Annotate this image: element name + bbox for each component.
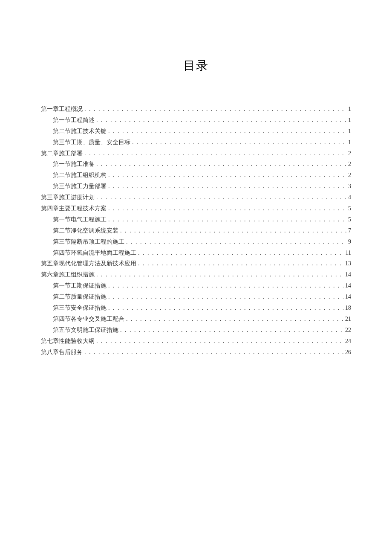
toc-entry-label: 第七章性能验收大纲 bbox=[41, 336, 96, 347]
toc-leader-dots bbox=[120, 325, 343, 336]
toc-entry: 第二节净化空调系统安装7 bbox=[41, 225, 351, 236]
toc-leader-dots bbox=[96, 159, 346, 170]
toc-entry: 第四节各专业交叉施工配合21 bbox=[41, 314, 351, 325]
toc-entry-label: 第二节施工组织机构 bbox=[53, 170, 108, 181]
toc-entry-label: 第四章主要工程技术方案 bbox=[41, 203, 108, 214]
toc-entry: 第八章售后服务26 bbox=[41, 347, 351, 358]
toc-entry: 第五节文明施工保证措施22 bbox=[41, 325, 351, 336]
toc-entry-page: 1 bbox=[346, 104, 351, 115]
toc-entry-page: 24 bbox=[343, 336, 351, 347]
toc-entry-label: 第一章工程概况 bbox=[41, 104, 84, 115]
toc-entry: 第三节工期、质量、安全目标1 bbox=[41, 137, 351, 148]
toc-entry-page: 14 bbox=[343, 291, 351, 302]
table-of-contents: 第一章工程概况1第一节工程简述1第二节施工技术关键1第三节工期、质量、安全目标1… bbox=[41, 104, 351, 357]
toc-entry: 第三章施工进度计划4 bbox=[41, 192, 351, 203]
toc-entry: 第二节质量保证措施14 bbox=[41, 291, 351, 302]
toc-leader-dots bbox=[132, 137, 346, 148]
toc-leader-dots bbox=[120, 225, 346, 236]
toc-entry-page: 1 bbox=[346, 137, 351, 148]
toc-entry-label: 第四节各专业交叉施工配合 bbox=[53, 314, 126, 325]
toc-leader-dots bbox=[96, 269, 343, 280]
toc-leader-dots bbox=[108, 170, 346, 181]
toc-entry-label: 第三节安全保证措施 bbox=[53, 302, 108, 314]
toc-leader-dots bbox=[138, 258, 343, 269]
toc-entry-label: 第一节施工准备 bbox=[53, 159, 96, 170]
toc-leader-dots bbox=[96, 192, 346, 203]
toc-entry-page: 2 bbox=[346, 148, 351, 159]
toc-entry-label: 第四节环氧自流平地面工程施工 bbox=[53, 247, 138, 259]
toc-entry-page: 2 bbox=[346, 159, 351, 170]
toc-entry: 第一节电气工程施工5 bbox=[41, 214, 351, 225]
toc-entry-label: 第一节电气工程施工 bbox=[53, 214, 108, 225]
toc-entry-label: 第三节施工力量部署 bbox=[53, 181, 108, 192]
toc-entry-label: 第三章施工进度计划 bbox=[41, 192, 96, 203]
toc-leader-dots bbox=[108, 214, 346, 225]
toc-leader-dots bbox=[96, 336, 343, 347]
toc-entry-label: 第二节施工技术关键 bbox=[53, 126, 108, 137]
toc-entry: 第一节施工准备2 bbox=[41, 159, 351, 170]
toc-entry: 第二章施工部署2 bbox=[41, 148, 351, 159]
toc-entry-page: 1 bbox=[346, 115, 351, 126]
toc-entry: 第一节工期保证措施14 bbox=[41, 280, 351, 291]
toc-leader-dots bbox=[108, 203, 346, 214]
toc-entry: 第三节施工力量部署3 bbox=[41, 181, 351, 192]
page-title: 目录 bbox=[41, 58, 351, 74]
toc-entry-label: 第二章施工部署 bbox=[41, 148, 84, 159]
toc-entry-page: 11 bbox=[344, 247, 351, 259]
toc-leader-dots bbox=[126, 314, 343, 325]
toc-entry: 第六章施工组织措施14 bbox=[41, 269, 351, 280]
toc-entry-label: 第一节工程简述 bbox=[53, 115, 96, 126]
toc-entry: 第一章工程概况1 bbox=[41, 104, 351, 115]
toc-entry-label: 第二节净化空调系统安装 bbox=[53, 225, 120, 236]
toc-entry-page: 9 bbox=[346, 236, 351, 247]
toc-leader-dots bbox=[108, 302, 343, 314]
toc-entry-page: 4 bbox=[346, 192, 351, 203]
toc-entry-page: 2 bbox=[346, 170, 351, 181]
toc-leader-dots bbox=[108, 280, 343, 291]
toc-entry-label: 第五节文明施工保证措施 bbox=[53, 325, 120, 336]
toc-entry-label: 第五章现代化管理方法及新技术应用 bbox=[41, 258, 138, 269]
toc-entry-label: 第八章售后服务 bbox=[41, 347, 84, 358]
toc-leader-dots bbox=[84, 104, 346, 115]
toc-entry-label: 第三节工期、质量、安全目标 bbox=[53, 137, 132, 148]
toc-entry-label: 第三节隔断吊顶工程的施工 bbox=[53, 236, 126, 247]
toc-entry: 第七章性能验收大纲24 bbox=[41, 336, 351, 347]
toc-leader-dots bbox=[84, 148, 346, 159]
toc-entry: 第四节环氧自流平地面工程施工11 bbox=[41, 247, 351, 259]
toc-entry-page: 26 bbox=[343, 347, 351, 358]
toc-leader-dots bbox=[126, 236, 346, 247]
toc-leader-dots bbox=[108, 291, 343, 302]
toc-entry-page: 21 bbox=[343, 314, 351, 325]
toc-entry-page: 5 bbox=[346, 203, 351, 214]
toc-entry: 第二节施工组织机构2 bbox=[41, 170, 351, 181]
toc-leader-dots bbox=[108, 181, 346, 192]
toc-entry-label: 第六章施工组织措施 bbox=[41, 269, 96, 280]
toc-entry-label: 第二节质量保证措施 bbox=[53, 291, 108, 302]
toc-entry-page: 14 bbox=[343, 269, 351, 280]
toc-leader-dots bbox=[84, 347, 343, 358]
toc-entry-page: 13 bbox=[343, 258, 351, 269]
toc-entry: 第三节隔断吊顶工程的施工9 bbox=[41, 236, 351, 247]
toc-entry-page: 3 bbox=[346, 181, 351, 192]
toc-entry: 第四章主要工程技术方案5 bbox=[41, 203, 351, 214]
toc-entry-page: 7 bbox=[346, 225, 351, 236]
toc-entry: 第五章现代化管理方法及新技术应用13 bbox=[41, 258, 351, 269]
toc-entry-page: 5 bbox=[346, 214, 351, 225]
toc-entry: 第一节工程简述1 bbox=[41, 115, 351, 126]
toc-leader-dots bbox=[96, 115, 346, 126]
toc-entry: 第二节施工技术关键1 bbox=[41, 126, 351, 137]
toc-entry-label: 第一节工期保证措施 bbox=[53, 280, 108, 291]
toc-leader-dots bbox=[138, 247, 344, 259]
toc-entry-page: 22 bbox=[343, 325, 351, 336]
toc-leader-dots bbox=[108, 126, 346, 137]
toc-entry: 第三节安全保证措施18 bbox=[41, 302, 351, 314]
toc-entry-page: 18 bbox=[343, 302, 351, 314]
toc-entry-page: 1 bbox=[346, 126, 351, 137]
toc-entry-page: 14 bbox=[343, 280, 351, 291]
